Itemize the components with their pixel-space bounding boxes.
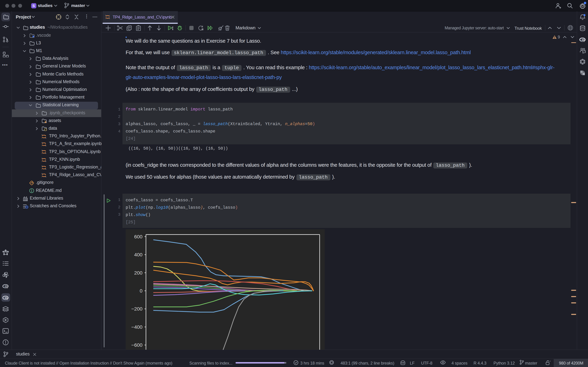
svg-text:200: 200: [134, 270, 142, 275]
svg-text:R: R: [5, 285, 8, 289]
svg-text:R: R: [581, 38, 584, 43]
svg-text:−200: −200: [131, 306, 142, 312]
svg-text:0: 0: [140, 288, 142, 294]
svg-text:R: R: [5, 296, 8, 300]
svg-text:−400: −400: [131, 324, 142, 330]
svg-text:−600: −600: [131, 342, 142, 348]
svg-text:400: 400: [134, 252, 142, 258]
svg-text:600: 600: [134, 234, 142, 239]
